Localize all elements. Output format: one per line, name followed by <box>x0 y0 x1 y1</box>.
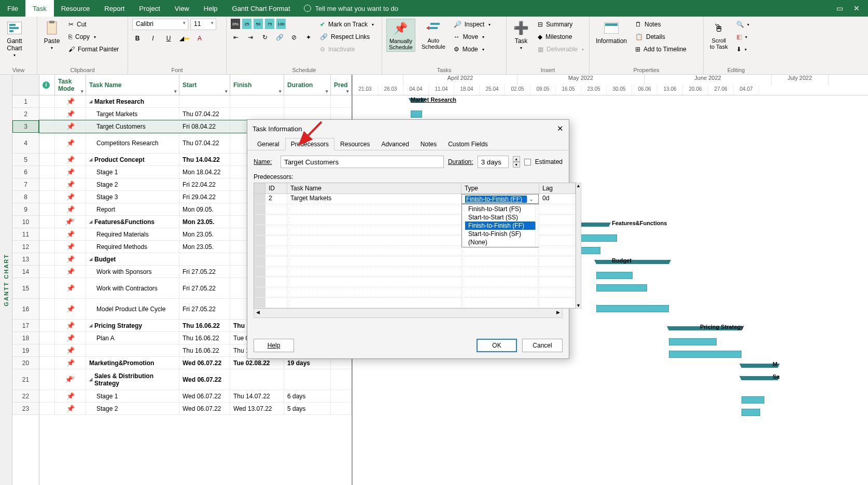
start-cell[interactable]: Wed 06.07.22 <box>179 369 230 390</box>
start-cell[interactable]: Thu 07.04.22 <box>179 108 230 120</box>
start-cell[interactable]: Mon 23.05. <box>179 216 230 228</box>
row-number[interactable]: 10 <box>12 216 39 228</box>
start-cell[interactable]: Fri 29.04.22 <box>179 191 230 203</box>
pred-cell[interactable] <box>331 95 352 107</box>
task-name-cell[interactable]: Stage 1 <box>86 166 179 178</box>
start-cell[interactable] <box>179 95 230 107</box>
pred-type-cell[interactable]: Finish-to-Finish (FF) ⌄ Finish-to-Start … <box>461 194 539 204</box>
gantt-bar[interactable] <box>596 284 647 292</box>
start-cell[interactable]: Mon 18.04.22 <box>179 166 230 178</box>
help-button[interactable]: Help <box>254 339 294 352</box>
start-cell[interactable]: Mon 09.05. <box>179 203 230 215</box>
start-cell[interactable]: Thu 16.06.22 <box>179 320 230 331</box>
table-row[interactable]: 📌Market Research <box>39 95 352 108</box>
link-button[interactable]: 🔗 <box>274 32 285 43</box>
row-number[interactable]: 9 <box>12 203 39 216</box>
name-input[interactable] <box>281 156 444 168</box>
row-number[interactable]: 19 <box>12 344 39 357</box>
task-name-cell[interactable]: Model Product Life Cycle <box>86 299 179 319</box>
row-number[interactable]: 1 <box>12 95 39 108</box>
mode-button[interactable]: ⚙Mode▾ <box>452 44 493 55</box>
outdent-button[interactable]: ⇤ <box>231 32 241 43</box>
finish-cell[interactable]: Wed 13.07.22 <box>230 403 284 414</box>
dialog-tab-notes[interactable]: Notes <box>415 138 442 150</box>
task-name-cell[interactable]: Required Methods <box>86 241 179 253</box>
task-name-cell[interactable]: Stage 1 <box>86 390 179 402</box>
task-name-cell[interactable]: Competitors Research <box>86 133 179 153</box>
task-name-cell[interactable]: Market Research <box>86 95 179 107</box>
respect-links-button[interactable]: 🔗Respect Links <box>318 31 376 43</box>
start-cell[interactable]: Thu 07.04.22 <box>179 133 230 153</box>
tell-me[interactable]: Tell me what you want to do <box>304 5 398 12</box>
start-cell[interactable]: Thu 16.06.22 <box>179 344 230 356</box>
row-number[interactable]: 13 <box>12 253 39 266</box>
gantt-bar[interactable] <box>741 409 760 416</box>
gantt-bar[interactable] <box>596 272 633 279</box>
start-cell[interactable] <box>179 253 230 265</box>
row-number[interactable]: 21 <box>12 369 39 390</box>
row-number[interactable]: 12 <box>12 241 39 253</box>
duration-input[interactable] <box>478 156 509 168</box>
menu-tab-project[interactable]: Project <box>132 0 167 17</box>
pct75-button[interactable]: 75 <box>265 19 274 29</box>
col-info[interactable]: i <box>39 75 55 95</box>
start-cell[interactable]: Wed 06.07.22 <box>179 357 230 369</box>
task-insert-button[interactable]: ➕ Task ▾ <box>511 19 531 51</box>
dialog-close-button[interactable]: ✕ <box>557 124 564 133</box>
task-name-cell[interactable] <box>86 344 179 356</box>
col-duration[interactable]: Duration <box>284 75 331 95</box>
dur-cell[interactable] <box>284 369 331 390</box>
menu-tab-task[interactable]: Task <box>25 0 54 17</box>
gantt-bar[interactable] <box>741 396 764 404</box>
inspect-button[interactable]: 🔎Inspect▾ <box>452 19 493 30</box>
row-number[interactable]: 16 <box>12 299 39 320</box>
summary-button[interactable]: ⊟Summary <box>536 19 586 30</box>
estimated-checkbox[interactable] <box>524 159 531 165</box>
type-option[interactable]: Finish-to-Start (FS) <box>465 205 536 213</box>
duration-up[interactable]: ▲ <box>513 156 520 162</box>
pct0-button[interactable]: 0% <box>231 19 240 29</box>
task-name-cell[interactable]: Report <box>86 203 179 215</box>
gantt-bar[interactable] <box>581 223 609 227</box>
col-task-name[interactable]: Task Name <box>86 75 179 95</box>
row-number[interactable]: 5 <box>12 154 39 166</box>
fill-button[interactable]: ⬇▾ <box>734 44 751 55</box>
col-mode[interactable]: Task Mode <box>55 75 86 95</box>
task-name-cell[interactable]: Target Markets <box>86 108 179 120</box>
pred-lag-cell[interactable]: 0d <box>539 194 576 204</box>
pred-col-type[interactable]: Type <box>461 183 539 193</box>
start-cell[interactable]: Wed 06.07.22 <box>179 403 230 414</box>
dialog-tab-resources[interactable]: Resources <box>334 138 375 150</box>
type-option[interactable]: (None) <box>465 238 536 246</box>
italic-button[interactable]: I <box>148 33 158 44</box>
gantt-chart-button[interactable]: Gantt Chart ▾ <box>4 19 25 59</box>
scroll-right[interactable]: ▶ <box>556 310 560 316</box>
dur-cell[interactable] <box>284 95 331 107</box>
row-number[interactable]: 4 <box>12 133 39 154</box>
table-row[interactable]: 📌Target MarketsThu 07.04.22 <box>39 108 352 120</box>
indent-button[interactable]: ⇥ <box>245 32 256 43</box>
underline-button[interactable]: U <box>163 33 174 44</box>
milestone-button[interactable]: ◆Milestone <box>536 31 586 43</box>
task-name-cell[interactable]: Budget <box>86 253 179 265</box>
gantt-bar[interactable] <box>669 351 741 358</box>
task-name-cell[interactable]: Product Concept <box>86 154 179 165</box>
font-color-button[interactable]: A <box>194 33 205 44</box>
table-row[interactable]: 📌Stage 1Wed 06.07.22Thu 14.07.226 days <box>39 390 352 403</box>
font-size-select[interactable]: 11 <box>190 19 216 30</box>
type-dropdown-button[interactable]: ⌄ <box>527 197 535 202</box>
menu-tab-help[interactable]: Help <box>197 0 225 17</box>
pred-col-name[interactable]: Task Name <box>287 183 461 193</box>
task-name-cell[interactable]: Plan A <box>86 332 179 344</box>
deliverable-button[interactable]: ▦Deliverable▾ <box>536 44 586 55</box>
start-cell[interactable]: Fri 27.05.22 <box>179 266 230 278</box>
task-name-cell[interactable]: Required Materials <box>86 228 179 240</box>
mark-on-track-button[interactable]: ✔Mark on Track▾ <box>318 19 376 30</box>
font-family-select[interactable]: Calibri <box>132 19 188 30</box>
scroll-up[interactable]: ▲ <box>576 183 581 188</box>
format-painter-button[interactable]: 🖌Format Painter <box>66 44 121 55</box>
pred-id-cell[interactable]: 2 <box>265 194 287 204</box>
start-cell[interactable]: Wed 06.07.22 <box>179 390 230 402</box>
gantt-bar[interactable] <box>596 305 669 312</box>
menu-tab-view[interactable]: View <box>167 0 197 17</box>
